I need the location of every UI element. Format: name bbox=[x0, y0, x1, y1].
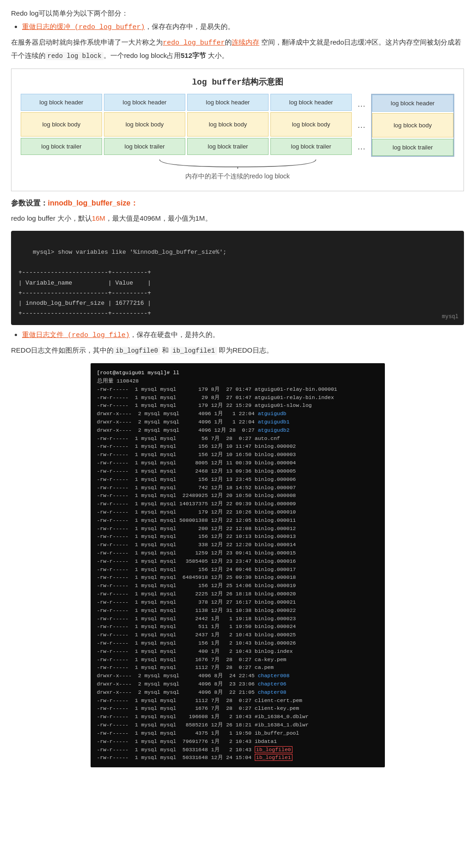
block-header-4: log block header bbox=[270, 94, 352, 111]
block-body-3: log block body bbox=[187, 112, 269, 137]
diagram-block-4: log block header log block body log bloc… bbox=[270, 94, 352, 157]
block-trailer-4: log block trailer bbox=[270, 138, 352, 155]
block-header-3: log block header bbox=[187, 94, 269, 111]
terminal-row: -rw-r----- 1 mysql mysql 79691776 1月 2 1… bbox=[97, 737, 378, 746]
mysql-label: mysql bbox=[442, 312, 458, 321]
terminal-row: -rw-r----- 1 mysql mysql 156 12月 24 09:4… bbox=[97, 565, 378, 574]
terminal-row: -rw-r----- 1 mysql mysql 156 12月 22 10:1… bbox=[97, 532, 378, 541]
redo-para: REDO日志文件如图所示，其中的ib_logfile0 和 ib_logfile… bbox=[11, 344, 464, 357]
param-heading: 参数设置：innodb_log_buffer_size： bbox=[11, 199, 464, 208]
terminal-row: -rw-r----- 1 mysql mysql 156 1月 2 10:43 … bbox=[97, 639, 378, 647]
para-link1: redo log buffer bbox=[163, 39, 225, 47]
terminal-row: -rw-r----- 1 mysql mysql 200 12月 22 12:0… bbox=[97, 525, 378, 533]
bullet2-suffix: ，保存在硬盘中，是持久的。 bbox=[130, 331, 219, 338]
diagram-grid: log block header log block body log bloc… bbox=[21, 94, 454, 157]
ellipsis-top: … bbox=[357, 94, 366, 114]
terminal-row: drwxr-x---- 2 mysql mysql 4096 8月 23 23:… bbox=[97, 680, 378, 688]
param-name: innodb_log_buffer_size： bbox=[48, 199, 138, 207]
block-trailer-3: log block trailer bbox=[187, 138, 269, 155]
terminal-row: -rw-r----- 1 mysql mysql 140137375 12月 2… bbox=[97, 500, 378, 508]
terminal-row: -rw-r----- 1 mysql mysql 156 12月 10 11:4… bbox=[97, 442, 378, 451]
terminal-row: -rw-r----- 1 mysql mysql 22489925 12月 20… bbox=[97, 491, 378, 500]
terminal-row: -rw-r----- 1 mysql mysql 196608 1月 2 10:… bbox=[97, 713, 378, 721]
terminal-row: -rw-r----- 1 mysql mysql 511 1月 1 19:50 … bbox=[97, 622, 378, 631]
terminal-row: -rw-r----- 1 mysql mysql 179 12月 22 15:2… bbox=[97, 401, 378, 410]
redo-code2: ib_logfile1 bbox=[171, 347, 217, 355]
bullet-item-1: 重做日志的缓冲 (redo log buffer)，保存在内存中，是易失的。 bbox=[22, 23, 464, 31]
diagram-block-1: log block header log block body log bloc… bbox=[21, 94, 102, 157]
terminal-row: -rw-r----- 1 mysql mysql 1676 7月 28 0:27… bbox=[97, 704, 378, 713]
redo-text3: 即为REDO日志。 bbox=[217, 346, 274, 354]
terminal-row: -rw-r----- 1 mysql mysql 1112 7月 28 0:27… bbox=[97, 663, 378, 672]
code-line-5: | innodb_log_buffer_size | 16777216 | bbox=[18, 298, 457, 308]
para-size: 512字节 bbox=[181, 51, 206, 59]
para-final: 大小。 bbox=[206, 51, 229, 59]
param-16m: 16M bbox=[92, 214, 105, 222]
code-line-6: +------------------------+----------+ bbox=[18, 308, 457, 319]
terminal-row: -rw-r----- 1 mysql mysql 2442 1月 1 19:18… bbox=[97, 615, 378, 623]
diagram-title: log buffer结构示意图 bbox=[21, 76, 454, 87]
block-trailer-2: log block trailer bbox=[104, 138, 185, 155]
para-code1: redo log block bbox=[46, 52, 103, 60]
terminal-row: drwxr-x---- 2 mysql mysql 4096 12月 28 0:… bbox=[97, 426, 378, 434]
param-desc-rest: ，最大值是4096M，最小值为1M。 bbox=[105, 214, 212, 222]
ellipsis-bot: … bbox=[357, 137, 366, 157]
block-body-2: log block body bbox=[104, 112, 185, 137]
code-line-3: | Variable_name | Value | bbox=[18, 278, 457, 288]
block-header-1: log block header bbox=[21, 94, 102, 111]
terminal-row: -rw-r----- 1 mysql mysql 3585405 12月 23 … bbox=[97, 557, 378, 565]
para-text1: 在服务器启动时就向操作系统申请了一大片称之为 bbox=[11, 38, 163, 46]
terminal-row: -rw-r----- 1 mysql mysql 64845918 12月 25… bbox=[97, 573, 378, 582]
bullet1-suffix: ，保存在内存中，是易失的。 bbox=[145, 23, 235, 30]
code-line-1: mysql> show variables like '%innodb_log_… bbox=[18, 237, 457, 268]
diagram-caption: 内存中的若干个连续的redo log block bbox=[21, 172, 454, 181]
terminal-row: -rw-r----- 1 mysql mysql 338 12月 22 12:2… bbox=[97, 541, 378, 549]
block-header-last: log block header bbox=[372, 95, 453, 112]
terminal-row: -rw-r----- 1 mysql mysql 508001388 12月 2… bbox=[97, 516, 378, 525]
terminal-row: -rw-r----- 1 mysql mysql 742 12月 18 14:5… bbox=[97, 484, 378, 492]
block-trailer-last: log block trailer bbox=[372, 139, 453, 156]
brace-line bbox=[21, 159, 454, 169]
terminal-row: -rw-r----- 1 mysql mysql 156 12月 25 14:0… bbox=[97, 582, 378, 590]
block-body-4: log block body bbox=[270, 112, 352, 137]
terminal-row: -rw-r----- 1 mysql mysql 1676 7月 28 0:27… bbox=[97, 656, 378, 664]
terminal-row: drwxr-x---- 2 mysql mysql 4096 1月 1 22:0… bbox=[97, 410, 378, 418]
terminal-row: -rw-r----- 1 mysql mysql 2437 1月 2 10:43… bbox=[97, 631, 378, 639]
redo-text2: 和 bbox=[160, 346, 171, 354]
terminal-row: drwxr-x---- 2 mysql mysql 4096 8月 22 21:… bbox=[97, 688, 378, 697]
terminal-row: -rw-r----- 1 mysql mysql 2468 12月 13 09:… bbox=[97, 467, 378, 475]
intro-title: Redo log可以简单分为以下两个部分： bbox=[11, 9, 464, 18]
diagram-block-2: log block header log block body log bloc… bbox=[104, 94, 185, 157]
terminal-row: -rw-r----- 1 mysql mysql 8585216 12月 26 … bbox=[97, 721, 378, 729]
para-link2: 连续内存 bbox=[232, 38, 259, 46]
body-paragraph: 在服务器启动时就向操作系统申请了一大片称之为redo log buffer的连续… bbox=[11, 36, 464, 62]
terminal-row: -rw-r----- 1 mysql mysql 29 8月 27 01:47 … bbox=[97, 394, 378, 402]
param-desc-prefix: redo log buffer 大小，默认 bbox=[11, 214, 92, 222]
terminal-row: -rw-r----- 1 mysql mysql 1259 12月 23 09:… bbox=[97, 549, 378, 557]
log-buffer-diagram: log buffer结构示意图 log block header log blo… bbox=[11, 69, 464, 191]
block-header-2: log block header bbox=[104, 94, 185, 111]
code-line-2: +------------------------+----------+ bbox=[18, 268, 457, 278]
brace-svg bbox=[155, 159, 320, 169]
code-block: mysql> show variables like '%innodb_log_… bbox=[11, 231, 464, 325]
para-text-end: 。一个redo log block占用 bbox=[103, 51, 181, 59]
terminal-row: -rw-r----- 1 mysql mysql 156 12月 10 16:5… bbox=[97, 451, 378, 459]
terminal-row: -rw-r----- 1 mysql mysql 2225 12月 26 18:… bbox=[97, 590, 378, 598]
terminal-prompt: [root@atguigu01 mysql]# ll bbox=[97, 369, 378, 377]
diagram-block-last: log block header log block body log bloc… bbox=[371, 94, 454, 157]
terminal-row: drwxr-x---- 2 mysql mysql 4096 8月 24 22:… bbox=[97, 672, 378, 680]
code-line-4: +------------------------+----------+ bbox=[18, 288, 457, 298]
terminal-row: -rw-r----- 1 mysql mysql 4375 1月 1 19:50… bbox=[97, 729, 378, 737]
terminal-row: -rw-r----- 1 mysql mysql 378 12月 27 16:1… bbox=[97, 598, 378, 606]
redo-text1: REDO日志文件如图所示，其中的 bbox=[11, 346, 114, 354]
terminal-row: -rw-r----- 1 mysql mysql 50331648 12月 24… bbox=[97, 754, 378, 762]
terminal-row: -rw-r----- 1 mysql mysql 56 7月 28 0:27 a… bbox=[97, 434, 378, 443]
ellipsis-mid: … bbox=[357, 115, 366, 136]
terminal-row: -rw-r----- 1 mysql mysql 8005 12月 11 00:… bbox=[97, 459, 378, 467]
terminal-block: [root@atguigu01 mysql]# ll 总用量 1108428 -… bbox=[91, 363, 385, 767]
bullet1-link: 重做日志的缓冲 (redo log buffer) bbox=[22, 23, 145, 31]
block-body-1: log block body bbox=[21, 112, 102, 137]
bullet2-link: 重做日志文件 (redo log file) bbox=[22, 331, 130, 339]
terminal-row: -rw-r----- 1 mysql mysql 179 12月 22 10:2… bbox=[97, 508, 378, 516]
param-desc: redo log buffer 大小，默认16M，最大值是4096M，最小值为1… bbox=[11, 212, 464, 224]
